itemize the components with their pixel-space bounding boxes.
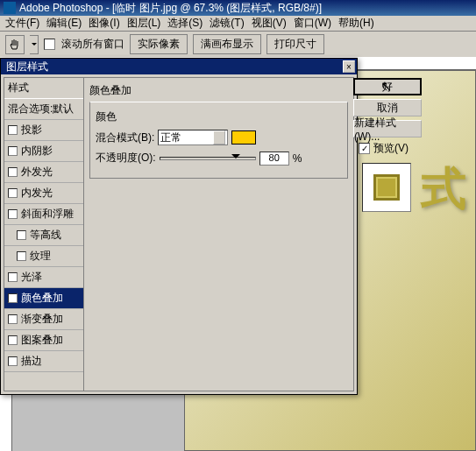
- blend-mode-value: 正常: [160, 130, 181, 145]
- style-checkbox[interactable]: [17, 230, 26, 240]
- tool-preset-dropdown[interactable]: [30, 35, 39, 54]
- style-label: 光泽: [21, 270, 42, 285]
- style-item-10[interactable]: 图案叠加: [4, 330, 83, 351]
- style-label: 等高线: [30, 228, 61, 243]
- color-group: 颜色 混合模式(B): 正常 不透明度(O): 80: [89, 102, 348, 179]
- style-checkbox[interactable]: [8, 272, 18, 282]
- style-item-7[interactable]: 光泽: [4, 267, 83, 288]
- style-item-8[interactable]: 颜色叠加: [4, 288, 83, 309]
- style-item-0[interactable]: 投影: [4, 120, 83, 141]
- style-checkbox[interactable]: [8, 167, 18, 177]
- sample-text-layer: 式: [421, 159, 466, 220]
- style-checkbox[interactable]: [17, 251, 26, 261]
- section-title: 颜色叠加: [89, 83, 348, 98]
- cursor-icon: ↖: [380, 78, 392, 95]
- blend-options-label: 混合选项:默认: [8, 102, 74, 116]
- menu-edit[interactable]: 编辑(E): [46, 16, 82, 31]
- style-checkbox[interactable]: [8, 125, 18, 135]
- menu-select[interactable]: 选择(S): [167, 16, 202, 31]
- opacity-slider[interactable]: [160, 157, 256, 160]
- fit-screen-button[interactable]: 满画布显示: [193, 34, 261, 54]
- app-title: Adobe Photoshop - [临时 图片.jpg @ 67.3% (图层…: [19, 1, 322, 16]
- style-item-2[interactable]: 外发光: [4, 162, 83, 183]
- color-swatch[interactable]: [231, 130, 256, 144]
- dialog-titlebar[interactable]: 图层样式 ×: [1, 59, 357, 74]
- canvas-area: 14 16 式 图层样式 × 样式 混合选项:默认 投影内阴影外发光内发光斜面和…: [0, 58, 476, 451]
- style-label: 外发光: [21, 165, 53, 180]
- styles-list-panel: 样式 混合选项:默认 投影内阴影外发光内发光斜面和浮雕等高线纹理光泽颜色叠加渐变…: [4, 77, 84, 391]
- menu-layer[interactable]: 图层(L): [127, 16, 161, 31]
- style-item-5[interactable]: 等高线: [4, 225, 83, 246]
- menubar: 文件(F) 编辑(E) 图像(I) 图层(L) 选择(S) 滤镜(T) 视图(V…: [0, 16, 476, 32]
- hand-tool-icon[interactable]: [5, 35, 25, 54]
- menu-window[interactable]: 窗口(W): [294, 16, 331, 31]
- style-checkbox[interactable]: [8, 146, 18, 156]
- cancel-button[interactable]: 取消: [353, 99, 422, 116]
- style-label: 内阴影: [21, 144, 53, 159]
- dialog-title-text: 图层样式: [6, 60, 48, 74]
- style-item-3[interactable]: 内发光: [4, 183, 83, 204]
- blend-mode-label: 混合模式(B):: [96, 130, 154, 145]
- preview-label: 预览(V): [373, 141, 409, 156]
- app-icon: [4, 2, 16, 14]
- style-label: 描边: [21, 354, 42, 369]
- menu-file[interactable]: 文件(F): [5, 16, 39, 31]
- close-icon[interactable]: ×: [343, 60, 355, 73]
- style-checkbox[interactable]: [8, 335, 18, 345]
- style-item-6[interactable]: 纹理: [4, 246, 83, 267]
- style-item-9[interactable]: 渐变叠加: [4, 309, 83, 330]
- preview-swatch: [373, 174, 400, 201]
- menu-filter[interactable]: 滤镜(T): [210, 16, 244, 31]
- options-bar: 滚动所有窗口 实际像素 满画布显示 打印尺寸: [0, 32, 476, 58]
- style-item-11[interactable]: 描边: [4, 351, 83, 372]
- dialog-buttons: 好 取消 新建样式(W)... 预览(V): [353, 78, 427, 212]
- menu-view[interactable]: 视图(V): [252, 16, 287, 31]
- opacity-input[interactable]: 80: [259, 152, 289, 166]
- menu-help[interactable]: 帮助(H): [338, 16, 374, 31]
- app-titlebar: Adobe Photoshop - [临时 图片.jpg @ 67.3% (图层…: [0, 0, 476, 16]
- styles-header[interactable]: 样式: [4, 78, 83, 99]
- style-checkbox[interactable]: [8, 293, 18, 303]
- scroll-all-windows[interactable]: 滚动所有窗口: [44, 37, 124, 52]
- style-checkbox[interactable]: [8, 356, 18, 366]
- group-label: 颜色: [96, 109, 342, 124]
- style-label: 斜面和浮雕: [21, 207, 74, 222]
- layer-style-dialog: 图层样式 × 样式 混合选项:默认 投影内阴影外发光内发光斜面和浮雕等高线纹理光…: [0, 58, 358, 395]
- preview-checkbox[interactable]: [359, 143, 370, 154]
- style-checkbox[interactable]: [8, 209, 18, 219]
- style-label: 纹理: [30, 249, 51, 264]
- preview-toggle[interactable]: 预览(V): [359, 141, 427, 156]
- opacity-thumb[interactable]: [231, 154, 240, 163]
- menu-image[interactable]: 图像(I): [89, 16, 119, 31]
- blend-mode-select[interactable]: 正常: [158, 130, 228, 145]
- preview-box: [362, 163, 411, 212]
- style-label: 投影: [21, 123, 42, 137]
- style-label: 内发光: [21, 186, 53, 201]
- opacity-label: 不透明度(O):: [96, 151, 156, 166]
- style-checkbox[interactable]: [8, 314, 18, 324]
- print-size-button[interactable]: 打印尺寸: [266, 34, 324, 54]
- blend-options-item[interactable]: 混合选项:默认: [4, 99, 83, 120]
- settings-panel: 颜色叠加 颜色 混合模式(B): 正常 不透明度(O):: [84, 77, 354, 391]
- scroll-all-checkbox[interactable]: [44, 39, 55, 50]
- opacity-unit: %: [293, 152, 302, 165]
- new-style-button[interactable]: 新建样式(W)...: [353, 120, 422, 137]
- style-item-4[interactable]: 斜面和浮雕: [4, 204, 83, 225]
- style-item-1[interactable]: 内阴影: [4, 141, 83, 162]
- style-label: 图案叠加: [21, 333, 63, 348]
- style-checkbox[interactable]: [8, 188, 18, 198]
- scroll-all-label: 滚动所有窗口: [61, 38, 124, 50]
- style-label: 渐变叠加: [21, 312, 63, 327]
- actual-pixels-button[interactable]: 实际像素: [130, 34, 188, 54]
- style-label: 颜色叠加: [21, 291, 63, 306]
